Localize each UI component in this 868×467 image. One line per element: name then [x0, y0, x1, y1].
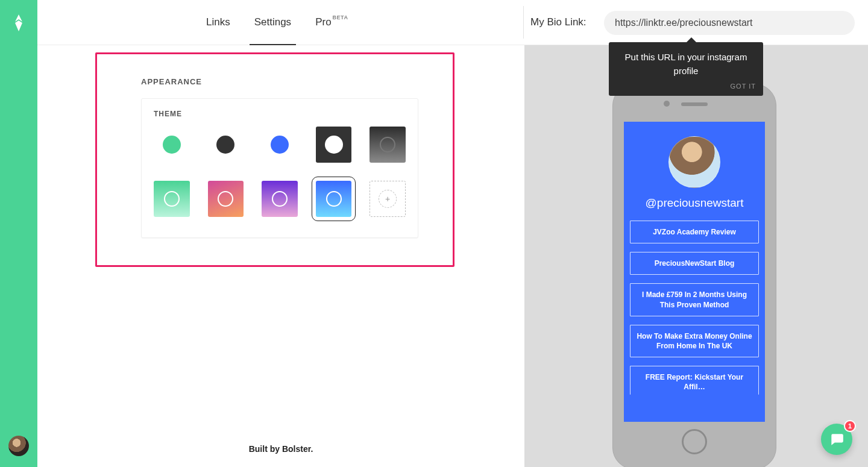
- divider: [523, 6, 524, 39]
- theme-blue-gradient[interactable]: [316, 181, 352, 217]
- tab-settings[interactable]: Settings: [254, 0, 291, 45]
- theme-white-dark[interactable]: [208, 127, 244, 163]
- preview-link[interactable]: How To Make Extra Money Online From Home…: [630, 325, 759, 357]
- phone-home-button-icon: [682, 429, 707, 454]
- profile-avatar: [668, 136, 720, 188]
- phone-speaker-icon: [681, 102, 708, 106]
- url-tooltip: Put this URL in your instagram profile G…: [609, 42, 763, 96]
- appearance-title: APPEARANCE: [141, 77, 202, 86]
- theme-dark-white[interactable]: [316, 127, 352, 163]
- bio-link-label: My Bio Link:: [530, 16, 587, 28]
- chat-icon: [829, 431, 844, 447]
- tooltip-text: Put this URL in your instagram profile: [625, 52, 747, 76]
- bio-url-text: https://linktr.ee/preciousnewstart: [615, 17, 753, 28]
- logo-icon[interactable]: [0, 13, 37, 35]
- theme-purple-gradient[interactable]: [262, 181, 298, 217]
- bio-url-box[interactable]: https://linktr.ee/preciousnewstart: [604, 11, 855, 35]
- tab-pro-label: Pro: [315, 16, 331, 28]
- tab-pro[interactable]: Pro BETA: [315, 0, 347, 45]
- main-content: APPEARANCE THEME + Built by Bolster.: [37, 45, 524, 467]
- preview-link[interactable]: PreciousNewStart Blog: [630, 252, 759, 275]
- theme-white-blue[interactable]: [262, 127, 298, 163]
- preview-link[interactable]: JVZoo Academy Review: [630, 221, 759, 243]
- theme-label: THEME: [154, 110, 406, 118]
- header: Links Settings Pro BETA My Bio Link: htt…: [37, 0, 868, 45]
- preview-panel: @preciousnewstart JVZoo Academy Review P…: [524, 45, 868, 467]
- theme-white-green[interactable]: [154, 127, 190, 163]
- theme-card: THEME +: [141, 98, 418, 238]
- plus-icon: +: [379, 190, 397, 208]
- theme-dark-gradient[interactable]: [370, 127, 406, 163]
- phone-mockup: @preciousnewstart JVZoo Academy Review P…: [612, 84, 776, 467]
- user-avatar[interactable]: [8, 436, 29, 456]
- tooltip-gotit-button[interactable]: GOT IT: [731, 81, 756, 92]
- chat-badge: 1: [844, 420, 856, 432]
- theme-instagram-gradient[interactable]: [208, 181, 244, 217]
- profile-handle: @preciousnewstart: [624, 196, 765, 210]
- phone-screen: @preciousnewstart JVZoo Academy Review P…: [624, 122, 765, 422]
- sidebar: [0, 0, 37, 467]
- footer-credit: Built by Bolster.: [37, 444, 524, 454]
- tab-links[interactable]: Links: [206, 0, 230, 45]
- theme-add-custom[interactable]: +: [370, 181, 406, 217]
- preview-link[interactable]: I Made £759 In 2 Months Using This Prove…: [630, 283, 759, 316]
- pro-beta-badge: BETA: [333, 14, 348, 20]
- theme-green-gradient[interactable]: [154, 181, 190, 217]
- phone-camera-icon: [664, 101, 670, 107]
- preview-link[interactable]: FREE Report: Kickstart Your Affil…: [630, 366, 759, 394]
